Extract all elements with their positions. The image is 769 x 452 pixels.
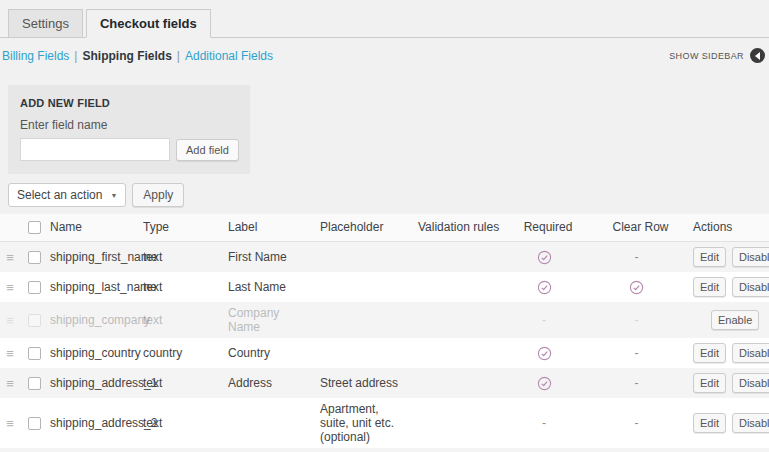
field-type: text bbox=[143, 309, 228, 331]
field-name-label: Enter field name bbox=[20, 118, 238, 132]
drag-handle-icon[interactable]: ≡ bbox=[0, 342, 28, 365]
edit-button[interactable]: Edit bbox=[693, 373, 726, 393]
apply-button[interactable]: Apply bbox=[132, 183, 184, 207]
field-placeholder bbox=[320, 283, 418, 291]
chevron-down-icon: ▼ bbox=[110, 192, 117, 199]
row-actions: EditDisable bbox=[693, 373, 769, 393]
disable-button[interactable]: Disable bbox=[732, 413, 769, 433]
bulk-action-selected: Select an action bbox=[17, 188, 102, 202]
dash-indicator: - bbox=[635, 250, 639, 264]
link-additional-fields[interactable]: Additional Fields bbox=[185, 49, 273, 63]
check-circle-icon bbox=[537, 346, 552, 361]
field-placeholder bbox=[320, 349, 418, 357]
bulk-actions-bar: Select an action ▼ Apply bbox=[8, 183, 769, 207]
dash-indicator: - bbox=[635, 376, 639, 390]
row-checkbox[interactable] bbox=[28, 377, 41, 390]
show-sidebar-label: SHOW SIDEBAR bbox=[669, 51, 744, 61]
drag-handle-icon[interactable]: ≡ bbox=[0, 276, 28, 299]
clear-row-indicator: - bbox=[588, 309, 693, 331]
required-indicator: - bbox=[508, 412, 588, 434]
row-checkbox[interactable] bbox=[28, 347, 41, 360]
subnav-separator: | bbox=[177, 49, 180, 63]
dash-indicator: - bbox=[635, 346, 639, 360]
field-validation-rules bbox=[418, 316, 508, 324]
table-row: ≡shipping_companytextCompany Name--Enabl… bbox=[0, 302, 769, 338]
disable-button[interactable]: Disable bbox=[732, 247, 769, 267]
row-checkbox[interactable] bbox=[28, 314, 41, 327]
table-row: ≡shipping_countrycountryCountry-EditDisa… bbox=[0, 338, 769, 368]
table-header: NameTypeLabelPlaceholderValidation rules… bbox=[0, 214, 769, 242]
required-indicator: - bbox=[508, 309, 588, 331]
table-row: ≡shipping_last_nametextLast NameEditDisa… bbox=[0, 272, 769, 302]
disable-button[interactable]: Disable bbox=[732, 373, 769, 393]
enable-button[interactable]: Enable bbox=[711, 310, 759, 330]
field-placeholder bbox=[320, 316, 418, 324]
check-circle-icon bbox=[537, 376, 552, 391]
drag-handle-icon[interactable]: ≡ bbox=[0, 309, 28, 332]
field-label: First Name bbox=[228, 246, 320, 268]
row-checkbox[interactable] bbox=[28, 281, 41, 294]
column-header-name: Name bbox=[50, 220, 143, 234]
field-validation-rules bbox=[418, 253, 508, 261]
disable-button[interactable]: Disable bbox=[732, 343, 769, 363]
clear-row-indicator: - bbox=[588, 412, 693, 434]
add-field-button[interactable]: Add field bbox=[176, 139, 239, 161]
check-circle-icon bbox=[629, 280, 644, 295]
field-name: shipping_address_2 bbox=[50, 412, 143, 434]
field-name: shipping_first_name bbox=[50, 246, 143, 268]
tab-checkout-fields[interactable]: Checkout fields bbox=[86, 9, 211, 38]
field-validation-rules bbox=[418, 419, 508, 427]
link-billing-fields[interactable]: Billing Fields bbox=[2, 49, 69, 63]
column-header-type: Type bbox=[143, 220, 228, 234]
dash-indicator: - bbox=[542, 416, 546, 430]
field-validation-rules bbox=[418, 349, 508, 357]
select-all-checkbox[interactable] bbox=[28, 221, 41, 234]
tab-settings[interactable]: Settings bbox=[8, 9, 83, 38]
table-row: ≡shipping_address_1textAddressStreet add… bbox=[0, 368, 769, 398]
disable-button[interactable]: Disable bbox=[732, 277, 769, 297]
field-type: text bbox=[143, 412, 228, 434]
field-label: Address bbox=[228, 372, 320, 394]
sub-navigation: Billing Fields|Shipping Fields|Additiona… bbox=[0, 38, 769, 63]
field-label: Last Name bbox=[228, 276, 320, 298]
dash-indicator: - bbox=[542, 313, 546, 327]
tab-bar: SettingsCheckout fields bbox=[0, 0, 769, 38]
left-arrow-circle-icon[interactable] bbox=[750, 48, 765, 63]
field-type: text bbox=[143, 276, 228, 298]
column-header-required: Required bbox=[508, 220, 588, 234]
column-header-placeholder: Placeholder bbox=[320, 220, 418, 234]
bulk-action-select[interactable]: Select an action ▼ bbox=[8, 183, 126, 207]
row-actions: EditDisable bbox=[693, 277, 769, 297]
edit-button[interactable]: Edit bbox=[693, 277, 726, 297]
drag-handle-icon[interactable]: ≡ bbox=[0, 246, 28, 269]
field-label: Company Name bbox=[228, 302, 320, 338]
link-shipping-fields[interactable]: Shipping Fields bbox=[82, 49, 171, 63]
clear-row-indicator: - bbox=[588, 342, 693, 364]
edit-button[interactable]: Edit bbox=[693, 247, 726, 267]
field-name: shipping_company bbox=[50, 309, 143, 331]
edit-button[interactable]: Edit bbox=[693, 343, 726, 363]
drag-handle-icon[interactable]: ≡ bbox=[0, 412, 28, 435]
field-name: shipping_country bbox=[50, 342, 143, 364]
row-actions: EditDisable bbox=[693, 247, 769, 267]
required-indicator bbox=[508, 245, 588, 268]
edit-button[interactable]: Edit bbox=[693, 413, 726, 433]
field-name-input[interactable] bbox=[20, 138, 170, 161]
show-sidebar-toggle[interactable]: SHOW SIDEBAR bbox=[669, 48, 765, 63]
dash-indicator: - bbox=[635, 416, 639, 430]
checkout-fields-table: ≡shipping_first_nametextFirst Name-EditD… bbox=[0, 242, 769, 452]
row-checkbox[interactable] bbox=[28, 417, 41, 430]
row-checkbox[interactable] bbox=[28, 251, 41, 264]
field-placeholder: Street address bbox=[320, 372, 418, 394]
field-type: country bbox=[143, 342, 228, 364]
check-circle-icon bbox=[537, 250, 552, 265]
drag-handle-icon[interactable]: ≡ bbox=[0, 372, 28, 395]
table-row: ≡shipping_first_nametextFirst Name-EditD… bbox=[0, 242, 769, 272]
field-type: text bbox=[143, 246, 228, 268]
column-header-clear-row: Clear Row bbox=[588, 220, 693, 234]
column-header-actions: Actions bbox=[693, 220, 769, 234]
add-new-field-panel: ADD NEW FIELD Enter field name Add field bbox=[8, 85, 250, 174]
required-indicator bbox=[508, 371, 588, 394]
add-panel-title: ADD NEW FIELD bbox=[20, 97, 238, 109]
clear-row-indicator: - bbox=[588, 372, 693, 394]
